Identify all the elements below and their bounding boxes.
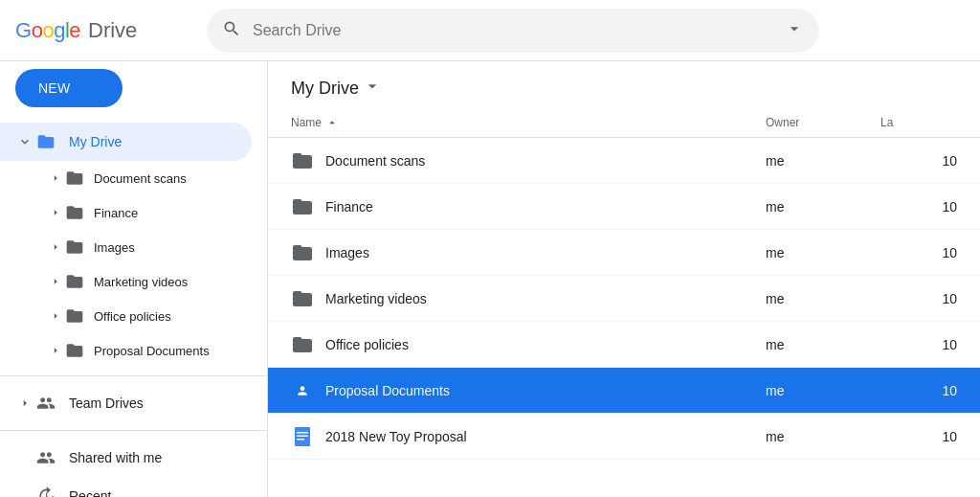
file-name-cell: 2018 New Toy Proposal — [291, 425, 766, 448]
file-name-cell: Images — [291, 241, 766, 264]
sidebar-item-proposal-docs[interactable]: Proposal Documents — [31, 333, 252, 368]
folder-icon-marketing — [65, 272, 84, 291]
folder-icon-images — [65, 237, 84, 257]
search-icon — [222, 19, 241, 42]
shared-with-me-label: Shared with me — [69, 450, 240, 465]
folder-icon-doc-scans — [65, 169, 84, 188]
file-name: 2018 New Toy Proposal — [325, 429, 467, 444]
my-drive-chevron — [15, 132, 34, 151]
date-cell: 10 — [880, 291, 957, 306]
file-name: Marketing videos — [325, 291, 427, 306]
owner-header: Owner — [766, 116, 880, 129]
date-cell: 10 — [880, 199, 957, 215]
team-drives-icon — [34, 392, 57, 415]
owner-cell: me — [766, 199, 880, 215]
finance-chevron — [46, 203, 65, 222]
date-cell: 10 — [880, 245, 957, 260]
table-row[interactable]: Finance me 10 — [268, 184, 980, 230]
owner-cell: me — [766, 245, 880, 260]
images-label: Images — [94, 240, 135, 255]
doc-file-icon — [291, 425, 314, 448]
search-bar[interactable] — [207, 9, 819, 53]
svg-rect-3 — [297, 439, 304, 441]
file-table: Name Owner La Document scans me — [268, 108, 980, 497]
recent-icon — [34, 485, 57, 497]
date-cell: 10 — [880, 337, 957, 352]
file-name-cell: Office policies — [291, 333, 766, 356]
new-button[interactable]: NEW — [15, 69, 122, 107]
marketing-label: Marketing videos — [94, 275, 188, 289]
content-area: My Drive Name Owner La — [268, 61, 980, 497]
logo-area: Google Drive — [15, 18, 207, 43]
table-row[interactable]: Marketing videos me 10 — [268, 276, 980, 322]
table-row[interactable]: Document scans me 10 — [268, 138, 980, 184]
file-name: Office policies — [325, 337, 409, 352]
drive-logo-text: Drive — [88, 18, 137, 43]
file-name-cell: Marketing videos — [291, 287, 766, 310]
last-header: La — [880, 116, 957, 129]
folder-icon — [291, 333, 314, 356]
app-header: Google Drive — [0, 0, 980, 61]
folder-icon — [291, 195, 314, 218]
shared-circle-icon — [291, 379, 314, 402]
doc-scans-chevron — [46, 169, 65, 188]
google-logo: Google — [15, 18, 80, 43]
file-name-cell: Proposal Documents — [291, 379, 766, 402]
sidebar-item-shared[interactable]: Shared with me — [0, 439, 252, 477]
recent-label: Recent — [69, 488, 240, 497]
office-chevron — [46, 306, 65, 326]
sort-icon — [325, 116, 339, 129]
proposal-chevron — [46, 341, 65, 360]
images-chevron — [46, 237, 65, 257]
sidebar-item-document-scans[interactable]: Document scans — [31, 161, 252, 195]
marketing-chevron — [46, 272, 65, 291]
sidebar-item-team-drives[interactable]: Team Drives — [0, 384, 252, 422]
owner-cell: me — [766, 383, 880, 398]
team-drives-label: Team Drives — [69, 395, 240, 411]
table-row[interactable]: Images me 10 — [268, 230, 980, 276]
office-label: Office policies — [94, 309, 171, 324]
sidebar-divider-2 — [0, 430, 267, 431]
table-row[interactable]: Office policies me 10 — [268, 322, 980, 368]
logo-g: G — [15, 18, 32, 43]
folder-icon-finance — [65, 203, 84, 222]
my-drive-icon — [34, 130, 57, 153]
file-name-cell: Document scans — [291, 149, 766, 172]
sidebar-sub-items: Document scans Finance Images — [0, 161, 267, 368]
search-dropdown-icon[interactable] — [785, 19, 804, 42]
shared-folder-icon — [291, 379, 314, 402]
sidebar-item-recent[interactable]: Recent — [0, 477, 252, 497]
finance-label: Finance — [94, 206, 138, 220]
sidebar-item-my-drive[interactable]: My Drive — [0, 123, 252, 161]
my-drive-section: My Drive Document scans Finance — [0, 123, 267, 368]
team-drives-chevron — [15, 394, 34, 413]
owner-cell: me — [766, 291, 880, 306]
owner-cell: me — [766, 337, 880, 352]
breadcrumb-chevron-icon — [363, 77, 382, 101]
date-cell: 10 — [880, 153, 957, 169]
sidebar-item-finance[interactable]: Finance — [31, 195, 252, 230]
table-row[interactable]: 2018 New Toy Proposal me 10 — [268, 414, 980, 460]
file-name-cell: Finance — [291, 195, 766, 218]
doc-scans-label: Document scans — [94, 171, 187, 186]
owner-cell: me — [766, 429, 880, 444]
sidebar: NEW My Drive Document scans — [0, 61, 268, 497]
sidebar-item-marketing-videos[interactable]: Marketing videos — [31, 264, 252, 299]
owner-cell: me — [766, 153, 880, 169]
breadcrumb[interactable]: My Drive — [291, 77, 382, 101]
folder-icon — [291, 149, 314, 172]
svg-rect-1 — [297, 432, 308, 434]
search-input[interactable] — [253, 22, 777, 39]
svg-rect-2 — [297, 435, 308, 437]
proposal-label: Proposal Documents — [94, 344, 210, 358]
folder-icon — [291, 287, 314, 310]
date-cell: 10 — [880, 429, 957, 444]
sidebar-item-office-policies[interactable]: Office policies — [31, 299, 252, 333]
folder-icon-proposal — [65, 341, 84, 360]
sidebar-item-images[interactable]: Images — [31, 230, 252, 264]
content-header: My Drive — [268, 61, 980, 108]
sidebar-divider-1 — [0, 375, 267, 376]
table-row-selected[interactable]: Proposal Documents me 10 — [268, 368, 980, 414]
file-name: Images — [325, 245, 369, 260]
date-cell: 10 — [880, 383, 957, 398]
